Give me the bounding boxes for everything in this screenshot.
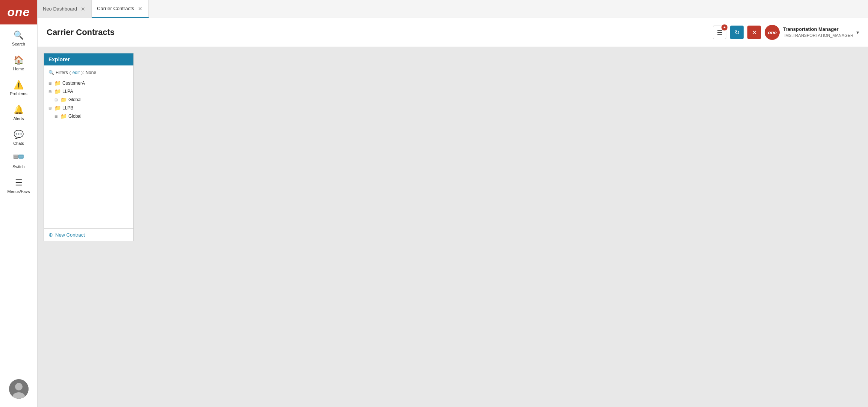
explorer-footer: ⊕ New Contract [44, 228, 133, 241]
tree-item-llpa[interactable]: ⊟ 📁 LLPA [45, 87, 132, 96]
sidebar-item-chats[interactable]: 💬 Chats [0, 125, 37, 150]
tab-carrier-contracts-close[interactable]: ✕ [137, 6, 143, 11]
sidebar-item-search[interactable]: 🔍 Search [0, 26, 37, 51]
tree-item-customerA[interactable]: ⊞ 📁 CustomerA [45, 79, 132, 87]
star-badge: ★ [721, 24, 727, 30]
tree-label-llpa: LLPA [62, 89, 73, 94]
filter-row: 🔍 Filters ( edit ): None [45, 68, 132, 77]
sidebar-label-alerts: Alerts [13, 116, 24, 121]
filters-paren-close: ): [81, 70, 84, 75]
folder-llpa-icon: 📁 [54, 88, 61, 94]
svg-rect-0 [14, 155, 18, 158]
switch-icon [14, 155, 24, 163]
close-button[interactable]: ✕ [747, 26, 761, 39]
menu-lines-icon: ☰ [717, 29, 722, 36]
chat-icon: 💬 [14, 130, 24, 140]
app-logo[interactable]: one [0, 0, 37, 24]
folder-customerA-icon: 📁 [54, 80, 61, 86]
sidebar-item-avatar[interactable] [0, 375, 37, 407]
tree-label-customerA: CustomerA [62, 80, 85, 86]
filter-search-icon: 🔍 [48, 70, 54, 75]
plus-icon: ⊕ [48, 232, 53, 238]
sidebar-bottom [0, 375, 37, 407]
new-contract-link[interactable]: New Contract [55, 232, 85, 238]
tab-carrier-contracts-label: Carrier Contracts [97, 6, 134, 11]
tab-neo-dashboard-close[interactable]: ✕ [80, 6, 86, 12]
user-role: Transportation Manager [783, 26, 853, 33]
user-code: TMS.TRANSPORTATION_MANAGER [783, 33, 853, 38]
sidebar-item-problems[interactable]: ⚠️ Problems [0, 76, 37, 100]
tab-bar: Neo Dashboard ✕ Carrier Contracts ✕ [38, 0, 868, 18]
folder-llpa-global-icon: 📁 [60, 97, 67, 103]
tree-label-llpb-global: Global [68, 114, 82, 119]
folder-llpb-icon: 📁 [54, 105, 61, 111]
tree-item-llpb-global[interactable]: ⊞ 📁 Global [45, 112, 132, 120]
filters-label: Filters [56, 70, 68, 75]
favorites-button[interactable]: ☰ ★ [713, 26, 726, 39]
header-actions: ☰ ★ ↻ ✕ one Transportation Manager TMS.T… [713, 25, 859, 40]
sidebar-item-switch[interactable]: Switch [0, 150, 37, 173]
sidebar-label-chats: Chats [13, 141, 24, 146]
explorer-panel: Explorer 🔍 Filters ( edit ): None ⊞ 📁 Cu… [44, 53, 134, 241]
main-area: Neo Dashboard ✕ Carrier Contracts ✕ Carr… [38, 0, 868, 407]
tab-neo-dashboard-label: Neo Dashboard [43, 6, 77, 12]
tree-label-llpb: LLPB [62, 105, 73, 111]
filters-value: None [85, 70, 96, 75]
main-body: Explorer 🔍 Filters ( edit ): None ⊞ 📁 Cu… [38, 47, 868, 407]
user-avatar-logo: one [768, 30, 777, 35]
user-area[interactable]: one Transportation Manager TMS.TRANSPORT… [765, 25, 859, 40]
refresh-button[interactable]: ↻ [730, 26, 744, 39]
home-icon: 🏠 [14, 55, 24, 65]
explorer-body: 🔍 Filters ( edit ): None ⊞ 📁 CustomerA ⊟… [44, 65, 133, 228]
sidebar: one 🔍 Search 🏠 Home ⚠️ Problems 🔔 Alerts… [0, 0, 38, 407]
tree-toggle-llpa: ⊟ [48, 90, 53, 94]
close-icon: ✕ [752, 29, 757, 36]
tree-toggle-llpa-global: ⊞ [54, 98, 59, 102]
page-title: Carrier Contracts [47, 27, 115, 37]
tab-carrier-contracts[interactable]: Carrier Contracts ✕ [92, 0, 149, 18]
sidebar-label-search: Search [12, 42, 25, 46]
chevron-down-icon: ▾ [856, 29, 859, 35]
sidebar-label-switch: Switch [12, 164, 24, 169]
menu-icon: ☰ [15, 178, 23, 188]
sidebar-item-alerts[interactable]: 🔔 Alerts [0, 100, 37, 125]
tree-label-llpa-global: Global [68, 97, 82, 102]
bell-icon: 🔔 [14, 105, 24, 115]
sidebar-item-menus-favs[interactable]: ☰ Menus/Favs [0, 173, 37, 198]
sidebar-item-home[interactable]: 🏠 Home [0, 51, 37, 76]
refresh-icon: ↻ [735, 29, 739, 36]
tab-neo-dashboard[interactable]: Neo Dashboard ✕ [38, 0, 92, 18]
filters-paren-open: ( [70, 70, 71, 75]
filters-edit-link[interactable]: edit [73, 70, 80, 75]
tree-toggle-llpb: ⊟ [48, 106, 53, 110]
sidebar-label-problems: Problems [10, 91, 27, 96]
tree-item-llpa-global[interactable]: ⊞ 📁 Global [45, 96, 132, 104]
user-info: Transportation Manager TMS.TRANSPORTATIO… [783, 26, 853, 38]
tree-toggle-llpb-global: ⊞ [54, 114, 59, 118]
user-avatar: one [765, 25, 780, 40]
explorer-header: Explorer [44, 53, 133, 65]
svg-point-9 [15, 383, 23, 390]
search-icon: 🔍 [14, 30, 24, 40]
folder-llpb-global-icon: 📁 [60, 113, 67, 119]
explorer-title: Explorer [48, 56, 70, 62]
tree-item-llpb[interactable]: ⊟ 📁 LLPB [45, 104, 132, 112]
warning-icon: ⚠️ [14, 80, 24, 90]
user-avatar-small [9, 379, 29, 399]
sidebar-label-menus-favs: Menus/Favs [8, 189, 30, 194]
tree-toggle-customerA: ⊞ [48, 81, 53, 85]
logo-text: one [8, 5, 30, 19]
sidebar-label-home: Home [13, 67, 24, 71]
content-header: Carrier Contracts ☰ ★ ↻ ✕ one Trans [38, 18, 868, 47]
svg-rect-1 [19, 155, 23, 158]
